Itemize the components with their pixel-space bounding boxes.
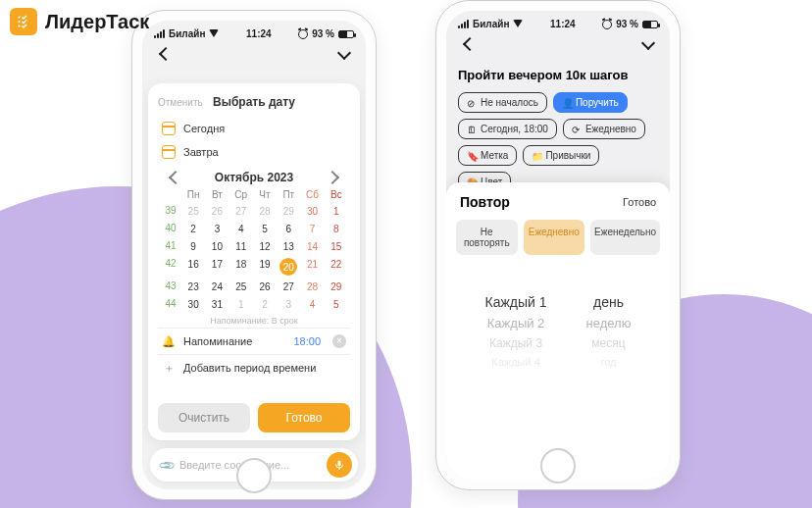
day[interactable]: 6	[277, 223, 300, 235]
day[interactable]: 17	[205, 258, 228, 276]
carrier: Билайн	[169, 28, 205, 39]
date-picker-sheet: Отменить Выбрать дату Сегодня Завтра Окт…	[148, 83, 360, 440]
add-period-row[interactable]: ＋ Добавить период времени	[158, 354, 350, 381]
picker-wheel[interactable]: Каждый 1 Каждый 2 Каждый 3 Каждый 4 день…	[456, 294, 660, 412]
collapse-icon[interactable]	[640, 36, 656, 52]
day[interactable]: 2	[253, 298, 277, 311]
wheel-col-right[interactable]: день неделю месяц год	[586, 294, 632, 412]
add-period-label: Добавить период времени	[183, 362, 316, 374]
bell-icon: 🔔	[162, 334, 176, 348]
alarm-icon	[602, 20, 612, 29]
reminder-time[interactable]: 18:00	[293, 335, 321, 347]
home-button[interactable]	[236, 458, 272, 493]
day[interactable]: 18	[229, 258, 253, 276]
day[interactable]: 30	[300, 205, 324, 218]
day[interactable]: 1	[325, 205, 348, 218]
wifi-icon	[513, 20, 523, 32]
mic-button[interactable]	[327, 452, 352, 478]
status-time: 11:24	[550, 19, 576, 29]
seg-weekly[interactable]: Еженедельно	[590, 220, 660, 255]
day[interactable]: 7	[300, 223, 324, 235]
day[interactable]: 30	[181, 298, 205, 311]
day[interactable]: 29	[325, 280, 348, 293]
day[interactable]: 28	[300, 280, 324, 293]
home-button[interactable]	[540, 448, 576, 483]
phone-1: Билайн 11:24 93 % Отменить Выбрать дату	[131, 10, 377, 500]
day[interactable]: 26	[253, 280, 277, 293]
seg-no-repeat[interactable]: Не повторять	[456, 220, 518, 255]
day[interactable]: 24	[205, 280, 228, 293]
prev-month-icon[interactable]	[166, 170, 181, 185]
day[interactable]: 23	[181, 280, 205, 293]
chip-repeat[interactable]: ⟳Ежедневно	[563, 119, 645, 139]
day[interactable]: 22	[325, 258, 348, 276]
day[interactable]: 9	[181, 240, 205, 253]
day-selected[interactable]: 20	[279, 258, 297, 276]
week-num: 43	[160, 280, 181, 293]
battery-pct: 93 %	[312, 28, 334, 39]
attach-icon[interactable]: 📎	[157, 455, 176, 474]
collapse-icon[interactable]	[336, 46, 352, 62]
week-num: 44	[160, 298, 181, 311]
day[interactable]: 28	[253, 205, 277, 218]
reminder-row[interactable]: 🔔 Напоминание 18:00 ×	[158, 328, 350, 354]
circle-slash-icon: ⊘	[467, 98, 477, 108]
carrier: Билайн	[473, 19, 509, 29]
day[interactable]: 12	[253, 240, 277, 253]
signal-icon	[458, 20, 469, 28]
day[interactable]: 2	[181, 223, 205, 235]
svg-point-1	[18, 21, 20, 23]
day[interactable]: 25	[229, 280, 253, 293]
day[interactable]: 8	[325, 223, 348, 235]
day[interactable]: 10	[205, 240, 228, 253]
day[interactable]: 3	[205, 223, 228, 235]
day[interactable]: 4	[300, 298, 324, 311]
day[interactable]: 31	[205, 298, 228, 311]
day[interactable]: 5	[253, 223, 277, 235]
wheel-col-left[interactable]: Каждый 1 Каждый 2 Каждый 3 Каждый 4	[485, 294, 547, 412]
day[interactable]: 15	[325, 240, 348, 253]
day[interactable]: 26	[205, 205, 228, 218]
quick-tomorrow[interactable]: Завтра	[158, 140, 350, 164]
day[interactable]: 4	[229, 223, 253, 235]
day[interactable]: 29	[277, 205, 300, 218]
day[interactable]: 16	[181, 258, 205, 276]
dow: Пн	[181, 189, 205, 200]
svg-point-2	[18, 25, 20, 26]
cancel-button[interactable]: Отменить	[158, 97, 203, 108]
calendar-icon	[162, 122, 176, 135]
day[interactable]: 3	[277, 298, 300, 311]
day[interactable]: 25	[181, 205, 205, 218]
day[interactable]: 5	[325, 298, 348, 311]
chip-date[interactable]: 🗓Сегодня, 18:00	[458, 119, 557, 139]
day[interactable]: 1	[229, 298, 253, 311]
clear-button[interactable]: Очистить	[158, 403, 250, 432]
chip-status[interactable]: ⊘Не началось	[458, 92, 547, 113]
day[interactable]: 19	[253, 258, 277, 276]
back-icon[interactable]	[156, 46, 172, 62]
day[interactable]: 11	[229, 240, 253, 253]
day[interactable]: 14	[300, 240, 324, 253]
quick-tomorrow-label: Завтра	[183, 146, 219, 158]
chip-habits[interactable]: 📁Привычки	[523, 145, 599, 166]
dow: Пт	[277, 189, 300, 200]
clear-reminder-icon[interactable]: ×	[332, 334, 346, 348]
chip-tag[interactable]: 🔖Метка	[458, 145, 517, 166]
plus-icon: ＋	[162, 361, 176, 375]
day[interactable]: 27	[277, 280, 300, 293]
quick-today-label: Сегодня	[183, 123, 225, 134]
day[interactable]: 13	[277, 240, 300, 253]
repeat-done-button[interactable]: Готово	[623, 196, 656, 208]
back-icon[interactable]	[460, 36, 476, 52]
chip-assign[interactable]: 👤Поручить	[553, 92, 628, 113]
quick-today[interactable]: Сегодня	[158, 117, 350, 140]
calendar-icon: 🗓	[467, 125, 477, 134]
day[interactable]: 27	[229, 205, 253, 218]
next-month-icon[interactable]	[327, 170, 342, 185]
seg-daily[interactable]: Ежедневно	[524, 220, 585, 255]
day[interactable]: 21	[300, 258, 324, 276]
battery-pct: 93 %	[616, 19, 638, 29]
done-button[interactable]: Готово	[258, 403, 350, 432]
calendar-grid: Пн Вт Ср Чт Пт Сб Вс 39 25 26 27 28 29 3…	[158, 189, 350, 311]
reminder-label: Напоминание	[183, 335, 252, 347]
